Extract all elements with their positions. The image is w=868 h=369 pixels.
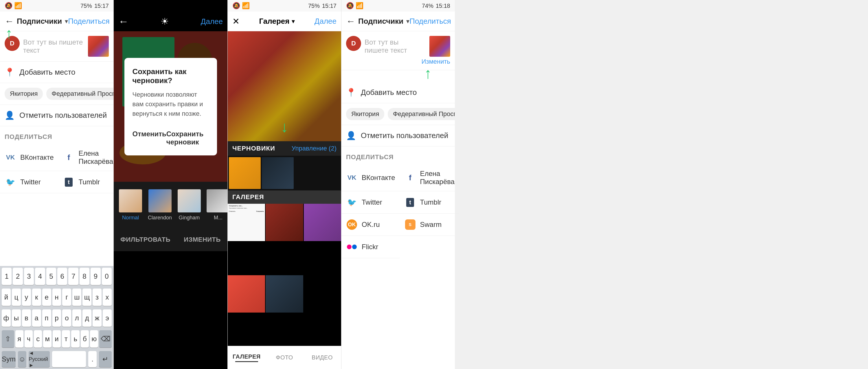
share-item-tumblr-p4[interactable]: t Tumblr (400, 191, 460, 214)
share-item-twitter-p4[interactable]: 🐦 Twitter (341, 191, 400, 214)
draft-thumb-2[interactable] (262, 157, 294, 189)
key-ш[interactable]: ш (72, 288, 81, 306)
share-item-fb-p4[interactable]: f Елена Пискарёва (400, 164, 460, 191)
key-п[interactable]: п (42, 309, 51, 327)
photo-cell-5[interactable] (266, 275, 303, 313)
key-г[interactable]: г (62, 288, 71, 306)
key-ы[interactable]: ы (12, 309, 21, 327)
key-т[interactable]: т (62, 330, 70, 347)
mention-row[interactable]: 👤 Отметить пользователей (0, 105, 114, 126)
compose-input-panel4[interactable]: Вот тут вы пишете текст (365, 36, 418, 54)
key-ж[interactable]: ж (93, 309, 101, 327)
draft-thumb-1[interactable] (229, 157, 261, 189)
key-а[interactable]: а (32, 309, 41, 327)
key-emoji[interactable]: ☺ (18, 351, 26, 367)
key-щ[interactable]: щ (83, 288, 91, 306)
share-button-panel4[interactable]: Поделиться (409, 17, 451, 26)
key-9[interactable]: 9 (91, 268, 100, 285)
compose-input[interactable]: Вот тут вы пишете текст (23, 36, 85, 54)
share-item-facebook[interactable]: f Елена Пискарёва (58, 144, 118, 171)
chevron-down-icon[interactable]: ▾ (65, 18, 68, 25)
tag-yakitoriya-p4[interactable]: Якитория (346, 108, 384, 120)
key-л[interactable]: л (72, 309, 81, 327)
tab-gallery[interactable]: ГАЛЕРЕЯ (228, 353, 266, 362)
photo-cell-4[interactable] (228, 275, 265, 313)
panel2-next-button[interactable]: Далее (201, 17, 223, 26)
share-item-ok-p4[interactable]: OK OK.ru (341, 214, 400, 236)
drafts-manage-button[interactable]: Управление (2) (292, 145, 337, 152)
key-6[interactable]: 6 (57, 268, 67, 285)
location-row-panel4[interactable]: 📍 Добавить место (341, 82, 455, 103)
share-item-tumblr[interactable]: t Tumblr (58, 171, 118, 193)
key-е[interactable]: е (42, 288, 51, 306)
key-ч[interactable]: ч (25, 330, 33, 347)
key-м[interactable]: м (43, 330, 51, 347)
share-item-swarm-p4[interactable]: S Swarm (400, 214, 460, 236)
key-space[interactable] (52, 351, 86, 367)
key-у[interactable]: у (22, 288, 31, 306)
key-3[interactable]: 3 (24, 268, 34, 285)
gallery-chevron[interactable]: ▾ (292, 18, 295, 25)
key-я[interactable]: я (16, 330, 24, 347)
attached-image-panel4[interactable] (429, 36, 450, 57)
attached-image[interactable] (88, 36, 109, 57)
brightness-icon[interactable]: ☀ (161, 16, 169, 27)
filter-button[interactable]: ФИЛЬТРОВАТЬ (120, 236, 170, 243)
key-ф[interactable]: ф (2, 309, 11, 327)
key-7[interactable]: 7 (68, 268, 78, 285)
dialog-save-button[interactable]: Сохранить черновик (166, 128, 209, 149)
photo-cell-3[interactable] (304, 204, 341, 241)
panel2-back-button[interactable]: ← (118, 16, 129, 28)
key-period[interactable]: . (88, 351, 97, 367)
filter-moon[interactable]: M... (204, 186, 227, 224)
key-в[interactable]: в (22, 309, 31, 327)
key-2[interactable]: 2 (13, 268, 23, 285)
share-item-flickr-p4[interactable]: Flickr (341, 236, 400, 258)
tag-federativny[interactable]: Федеративный Проспект (46, 88, 114, 100)
edit-button[interactable]: ИЗМЕНИТЬ (184, 236, 221, 243)
key-о[interactable]: о (62, 309, 71, 327)
key-shift[interactable]: ⇧ (2, 330, 14, 347)
back-button-panel1[interactable]: ← (5, 16, 14, 27)
key-1[interactable]: 1 (2, 268, 11, 285)
dialog-cancel-button[interactable]: Отменить (132, 128, 166, 149)
share-button-panel1[interactable]: Поделиться (68, 17, 110, 26)
key-sym[interactable]: Sym (2, 351, 16, 367)
key-8[interactable]: 8 (80, 268, 89, 285)
key-5[interactable]: 5 (46, 268, 56, 285)
share-item-vk-p4[interactable]: VK ВКонтакте (341, 164, 400, 191)
chevron-panel4[interactable]: ▾ (406, 18, 409, 25)
tag-yakitoriya[interactable]: Якитория (5, 88, 43, 100)
key-language[interactable]: ◄ Русский ► (29, 351, 50, 367)
share-item-twitter[interactable]: 🐦 Twitter (0, 171, 58, 193)
key-с[interactable]: с (34, 330, 42, 347)
tag-federativny-p4[interactable]: Федеративный Проспект (388, 108, 455, 120)
panel3-next-button[interactable]: Далее (314, 17, 337, 26)
key-н[interactable]: н (52, 288, 61, 306)
key-з[interactable]: з (93, 288, 101, 306)
tab-video[interactable]: ВИДЕО (303, 354, 341, 361)
key-к[interactable]: к (32, 288, 41, 306)
key-и[interactable]: и (53, 330, 61, 347)
mention-row-panel4[interactable]: 👤 Отметить пользователей (341, 125, 455, 147)
photo-cell-2[interactable] (266, 204, 303, 241)
key-0[interactable]: 0 (102, 268, 112, 285)
key-х[interactable]: х (103, 288, 112, 306)
key-ц[interactable]: ц (12, 288, 21, 306)
tab-photo[interactable]: ФОТО (266, 354, 304, 361)
filter-gingham[interactable]: Gingham (175, 186, 204, 224)
filter-normal[interactable]: Normal (116, 186, 145, 224)
key-д[interactable]: д (83, 309, 91, 327)
key-э[interactable]: э (103, 309, 112, 327)
photo-cell-1[interactable]: Сохранить как... Черновики позволяют вам… (228, 204, 265, 241)
close-button-panel3[interactable]: ✕ (232, 16, 240, 26)
key-й[interactable]: й (2, 288, 11, 306)
key-б[interactable]: б (81, 330, 89, 347)
key-ю[interactable]: ю (90, 330, 98, 347)
key-р[interactable]: р (52, 309, 61, 327)
back-button-panel4[interactable]: ← (346, 16, 355, 27)
filter-clarendon[interactable]: Clarendon (145, 186, 175, 224)
key-ь[interactable]: ь (71, 330, 79, 347)
key-enter[interactable]: ↵ (99, 351, 112, 367)
key-4[interactable]: 4 (35, 268, 45, 285)
